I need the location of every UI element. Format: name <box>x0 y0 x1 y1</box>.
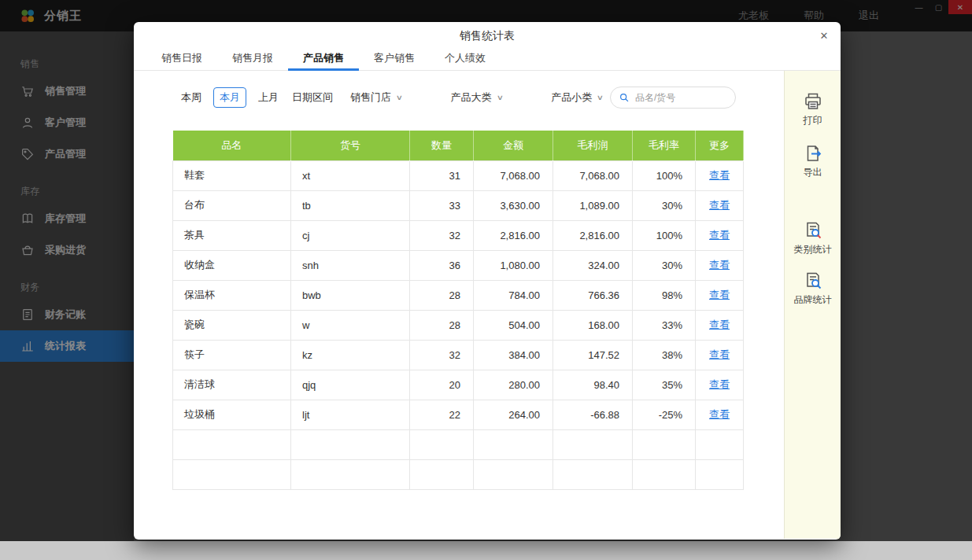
cell-quantity: 32 <box>410 220 474 250</box>
cell-gross-profit: 766.36 <box>553 280 633 310</box>
cell-gross-margin: 35% <box>633 370 696 400</box>
dialog-content: 本周 本月 上月 日期区间 销售门店 ∨ <box>134 71 784 539</box>
view-link[interactable]: 查看 <box>709 199 730 211</box>
category-stats-button[interactable]: 类别统计 <box>794 220 832 256</box>
cell-product-name: 筷子 <box>173 340 291 370</box>
cell-sku: w <box>291 310 410 340</box>
view-link[interactable]: 查看 <box>709 408 730 420</box>
cell-amount: 504.00 <box>474 310 553 340</box>
cell-amount: 280.00 <box>474 370 553 400</box>
column-header: 货号 <box>291 131 410 160</box>
cell-quantity: 33 <box>410 190 474 220</box>
cell-gross-profit: 147.52 <box>553 340 633 370</box>
cell-gross-profit: 98.40 <box>553 370 633 400</box>
cell-gross-profit: 168.00 <box>553 310 633 340</box>
period-option[interactable]: 上月 <box>257 88 280 107</box>
cell-more: 查看 <box>696 250 744 280</box>
cell-gross-margin <box>633 459 696 489</box>
action-label: 导出 <box>804 166 822 179</box>
print-button[interactable]: 打印 <box>803 91 823 127</box>
tab[interactable]: 客户销售 <box>359 46 430 70</box>
cell-gross-margin: 30% <box>633 250 696 280</box>
filter-dropdown[interactable]: 产品大类 ∨ <box>451 90 503 105</box>
table-row: 垃圾桶 ljt 22 264.00 -66.88 -25% 查看 <box>173 400 744 429</box>
table-row <box>173 459 744 489</box>
cell-gross-profit: 2,816.00 <box>553 220 633 250</box>
cell-more: 查看 <box>696 190 744 220</box>
cell-gross-profit <box>553 429 633 459</box>
cell-quantity: 32 <box>410 340 474 370</box>
view-link[interactable]: 查看 <box>709 169 730 181</box>
cell-sku: cj <box>291 220 410 250</box>
cell-gross-profit <box>553 459 633 489</box>
view-link[interactable]: 查看 <box>709 348 730 360</box>
filter-bar: 本周 本月 上月 日期区间 销售门店 ∨ <box>134 85 784 110</box>
cell-more: 查看 <box>696 220 744 250</box>
dropdown-label: 产品大类 <box>451 90 492 105</box>
dropdown-label: 产品小类 <box>551 90 592 105</box>
chevron-down-icon: ∨ <box>496 94 503 101</box>
view-link[interactable]: 查看 <box>709 319 730 330</box>
table-row: 茶具 cj 32 2,816.00 2,816.00 100% 查看 <box>173 220 744 250</box>
period-option[interactable]: 日期区间 <box>290 88 334 107</box>
tab[interactable]: 个人绩效 <box>430 46 501 70</box>
tab[interactable]: 产品销售 <box>288 46 359 70</box>
close-dialog-icon[interactable]: ✕ <box>815 27 833 44</box>
cell-product-name: 瓷碗 <box>173 310 291 340</box>
column-header: 数量 <box>410 131 474 160</box>
search-icon <box>619 92 630 103</box>
cell-quantity: 20 <box>410 370 474 400</box>
search-box <box>610 87 736 109</box>
chevron-down-icon: ∨ <box>597 94 604 101</box>
page-background-strip <box>0 541 972 560</box>
cell-sku: tb <box>291 190 410 220</box>
cell-quantity: 31 <box>410 160 474 190</box>
product-sales-table: 品名 货号 数量 金额 毛利润 毛利率 <box>172 131 744 490</box>
view-link[interactable]: 查看 <box>709 229 730 241</box>
tab[interactable]: 销售日报 <box>146 46 217 70</box>
cell-more: 查看 <box>696 400 744 429</box>
export-button[interactable]: 导出 <box>803 143 823 179</box>
cell-quantity: 28 <box>410 310 474 340</box>
dropdown-label: 销售门店 <box>350 90 391 105</box>
export-icon <box>803 143 823 164</box>
cell-product-name: 垃圾桶 <box>173 400 291 429</box>
cell-gross-profit: 7,068.00 <box>553 160 633 190</box>
cell-product-name: 清洁球 <box>173 370 291 400</box>
dialog-body: 本周 本月 上月 日期区间 销售门店 ∨ <box>134 71 841 539</box>
tab[interactable]: 销售月报 <box>217 46 288 70</box>
search-input[interactable] <box>635 92 727 103</box>
cell-sku <box>291 459 410 489</box>
table-row: 收纳盒 snh 36 1,080.00 324.00 30% 查看 <box>173 250 744 280</box>
cell-gross-margin: 38% <box>633 340 696 370</box>
cell-amount: 2,816.00 <box>474 220 553 250</box>
brand-stats-button[interactable]: 品牌统计 <box>794 271 832 307</box>
column-header: 毛利润 <box>553 131 633 160</box>
period-option[interactable]: 本月 <box>213 87 246 108</box>
action-label: 类别统计 <box>794 243 832 256</box>
dialog-action-panel: 打印 导出 类别统计 品牌统计 <box>784 71 841 539</box>
cell-more: 查看 <box>696 310 744 340</box>
period-option[interactable]: 本周 <box>179 88 203 107</box>
cell-gross-margin: 30% <box>633 190 696 220</box>
cell-amount <box>474 429 553 459</box>
cell-sku: kz <box>291 340 410 370</box>
sales-statistics-dialog: 销售统计表 ✕ 销售日报 销售月报 产品销售 客户销售 个人绩效 本周 <box>134 22 841 540</box>
view-link[interactable]: 查看 <box>709 289 730 300</box>
column-header: 品名 <box>173 131 291 160</box>
filter-dropdown[interactable]: 产品小类 ∨ <box>551 90 603 105</box>
cell-amount: 384.00 <box>474 340 553 370</box>
dropdown-filter-group: 销售门店 ∨ 产品大类 ∨ 产品小类 ∨ <box>350 90 603 105</box>
view-link[interactable]: 查看 <box>709 378 730 390</box>
cell-more <box>696 459 744 489</box>
view-link[interactable]: 查看 <box>709 259 730 271</box>
period-filter-group: 本周 本月 上月 日期区间 <box>179 87 334 108</box>
filter-dropdown[interactable]: 销售门店 ∨ <box>350 90 402 105</box>
cell-quantity: 28 <box>410 280 474 310</box>
cell-amount: 3,630.00 <box>474 190 553 220</box>
cell-gross-margin: 98% <box>633 280 696 310</box>
cell-product-name: 保温杯 <box>173 280 291 310</box>
cell-more: 查看 <box>696 280 744 310</box>
brand-stats-icon <box>803 271 823 291</box>
cell-more <box>696 429 744 459</box>
